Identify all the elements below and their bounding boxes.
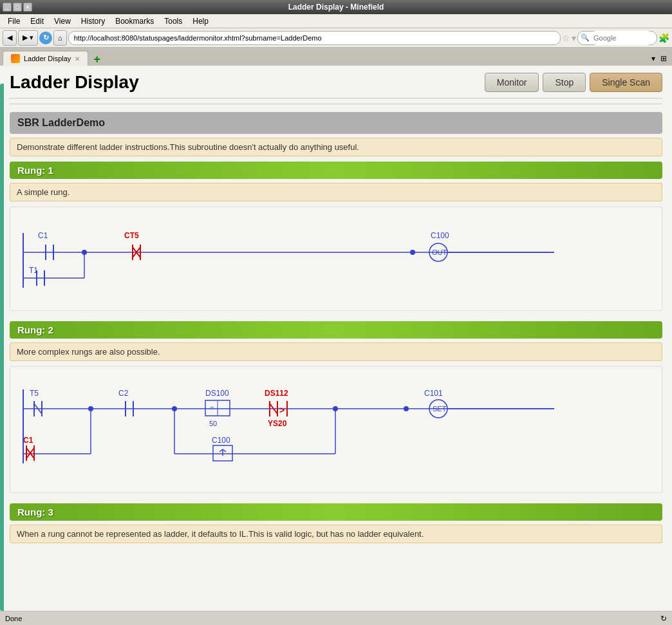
bookmark-icon[interactable]: ☆ — [562, 33, 570, 43]
rung-3-section: Rung: 3 When a rung cannot be represente… — [10, 503, 662, 543]
page-header: Ladder Display Monitor Stop Single Scan — [10, 72, 662, 98]
menu-edit[interactable]: Edit — [25, 15, 49, 27]
menu-history[interactable]: History — [76, 15, 110, 27]
window-controls[interactable]: _ □ × — [3, 3, 32, 12]
menu-bar: File Edit View History Bookmarks Tools H… — [0, 14, 672, 28]
left-indicator — [0, 84, 4, 611]
menu-view[interactable]: View — [49, 15, 76, 27]
rung-1-diagram: C1 CT5 C100 — [10, 207, 662, 311]
single-scan-button[interactable]: Single Scan — [590, 73, 662, 92]
menu-file[interactable]: File — [3, 15, 25, 27]
content-area[interactable]: Ladder Display Monitor Stop Single Scan … — [0, 66, 672, 611]
tab-ladder-display[interactable]: Ladder Display ✕ — [3, 51, 88, 66]
refresh-button[interactable]: ↻ — [39, 32, 52, 44]
rung-1-description: A simple rung. — [10, 183, 662, 201]
rung-1-svg: C1 CT5 C100 — [14, 214, 554, 304]
url-input[interactable] — [68, 31, 561, 45]
maximize-btn[interactable]: □ — [13, 3, 22, 12]
svg-text:T5: T5 — [30, 389, 39, 398]
rung-2-header: Rung: 2 — [10, 321, 662, 339]
tab-label: Ladder Display — [24, 55, 71, 62]
home-button[interactable]: ⌂ — [53, 30, 67, 46]
rung-2-svg: T5 C2 DS100 = 5 — [14, 373, 554, 486]
tab-close-icon[interactable]: ✕ — [75, 55, 80, 62]
page-title: Ladder Display — [10, 72, 139, 93]
ext-icon[interactable]: 🧩 — [658, 33, 669, 43]
rung-2-description: More complex rungs are also possible. — [10, 342, 662, 361]
forward-button[interactable]: ▶ ▾ — [18, 30, 38, 46]
rung-3-description: When a rung cannot be represented as lad… — [10, 525, 662, 543]
rung-3-header: Rung: 3 — [10, 503, 662, 521]
menu-tools[interactable]: Tools — [159, 15, 187, 27]
svg-text:OUT: OUT — [432, 248, 447, 256]
minimize-btn[interactable]: _ — [3, 3, 12, 12]
sbr-description: Demonstrate different ladder instruction… — [10, 138, 662, 156]
svg-point-44 — [404, 406, 409, 411]
svg-text:C1: C1 — [38, 231, 48, 240]
tab-favicon — [11, 54, 20, 63]
svg-text:50: 50 — [209, 420, 217, 427]
svg-point-10 — [410, 250, 415, 255]
rung-2-section: Rung: 2 More complex rungs are also poss… — [10, 321, 662, 493]
sbr-header: SBR LadderDemo — [10, 112, 662, 134]
status-icon: ↻ — [660, 614, 667, 623]
svg-text:C2: C2 — [118, 389, 129, 398]
rung-2-diagram: T5 C2 DS100 = 5 — [10, 366, 662, 493]
rung-1-header: Rung: 1 — [10, 162, 662, 179]
back-button[interactable]: ◀ — [3, 30, 17, 46]
nav-bar: ◀ ▶ ▾ ↻ ⌂ ☆ ▾ 🔍 🧩 — [0, 28, 672, 48]
new-tab-button[interactable]: + — [88, 53, 106, 66]
status-text: Done — [5, 615, 22, 622]
tab-menu-icon[interactable]: ▾ — [649, 51, 658, 66]
svg-text:C100: C100 — [212, 436, 230, 445]
search-input[interactable] — [590, 31, 654, 45]
menu-bookmarks[interactable]: Bookmarks — [110, 15, 159, 27]
nav-extra-icon[interactable]: ▾ — [572, 33, 576, 43]
menu-help[interactable]: Help — [187, 15, 214, 27]
status-bar: Done ↻ — [0, 611, 672, 625]
svg-text:SET: SET — [433, 405, 447, 413]
svg-text:C1: C1 — [23, 436, 33, 445]
search-icon: 🔍 — [581, 33, 590, 42]
svg-text:DS112: DS112 — [265, 389, 288, 398]
svg-text:=: = — [210, 404, 214, 412]
stop-button[interactable]: Stop — [543, 73, 586, 92]
svg-text:CT5: CT5 — [124, 231, 139, 240]
svg-text:C100: C100 — [431, 231, 449, 240]
tab-bar: Ladder Display ✕ + ▾ ⊞ — [0, 48, 672, 66]
control-buttons: Monitor Stop Single Scan — [485, 73, 662, 92]
rung-1-section: Rung: 1 A simple rung. C1 CT5 — [10, 162, 662, 311]
window-title: Ladder Display - Minefield — [288, 3, 384, 12]
svg-text:C101: C101 — [424, 389, 443, 398]
tab-grid-icon[interactable]: ⊞ — [658, 51, 669, 66]
title-bar: _ □ × Ladder Display - Minefield — [0, 0, 672, 14]
svg-text:DS100: DS100 — [205, 389, 229, 398]
svg-text:>: > — [279, 405, 285, 415]
close-btn[interactable]: × — [23, 3, 32, 12]
monitor-button[interactable]: Monitor — [485, 73, 539, 92]
svg-text:YS20: YS20 — [268, 419, 287, 428]
